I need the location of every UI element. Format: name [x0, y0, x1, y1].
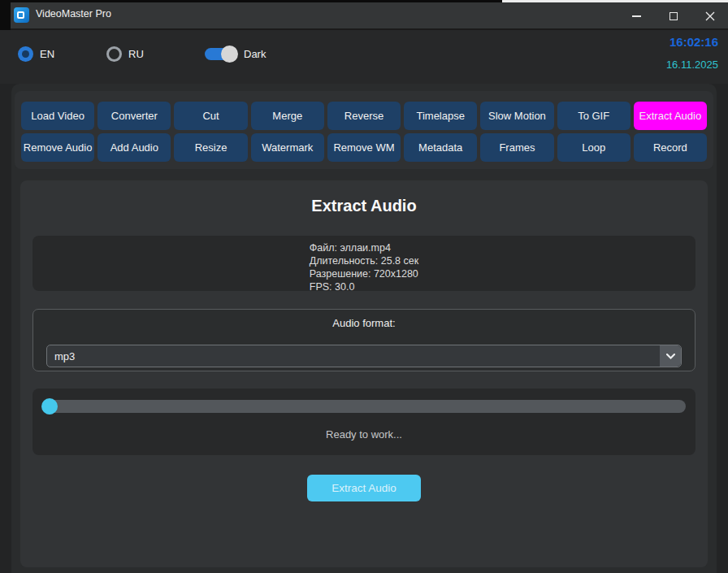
language-en-label: EN: [40, 48, 54, 60]
file-info-block: Файл: эллаи.mp4 Длительность: 25.8 сек Р…: [310, 241, 418, 291]
language-radio-en[interactable]: EN: [18, 46, 54, 62]
audio-format-value: mp3: [54, 350, 75, 362]
toolbar-button-remove-audio[interactable]: Remove Audio: [21, 133, 94, 162]
extract-audio-action-button[interactable]: Extract Audio: [307, 475, 421, 501]
file-info-box: Файл: эллаи.mp4 Длительность: 25.8 сек Р…: [32, 236, 696, 291]
file-info-duration: Длительность: 25.8 сек: [310, 254, 418, 267]
app-logo-glyph: [17, 11, 24, 19]
maximize-icon: [670, 12, 678, 20]
header-bar: EN RU Dark 16:02:16 16.11.2025: [0, 30, 728, 84]
toolbar-button-slow-motion[interactable]: Slow Motion: [480, 102, 553, 130]
toolbar-button-converter[interactable]: Converter: [98, 102, 171, 130]
page-title: Extract Audio: [20, 197, 708, 215]
dropdown-arrow-button[interactable]: [660, 345, 681, 367]
clock-time: 16:02:16: [670, 35, 718, 49]
status-text: Ready to work...: [32, 428, 696, 441]
theme-toggle[interactable]: Dark: [205, 44, 266, 60]
clock-date: 16.11.2025: [666, 59, 718, 71]
progress-slider-track[interactable]: [42, 400, 686, 413]
chevron-down-icon: [666, 354, 675, 359]
audio-format-box: Audio format: mp3: [32, 309, 696, 371]
toolbar-button-add-audio[interactable]: Add Audio: [98, 133, 171, 162]
file-info-filename: Файл: эллаи.mp4: [310, 241, 418, 254]
window-controls: [618, 2, 728, 30]
audio-format-select[interactable]: mp3: [46, 345, 682, 367]
toolbar-button-resize[interactable]: Resize: [174, 133, 247, 162]
extract-audio-panel: Extract Audio Файл: эллаи.mp4 Длительнос…: [20, 180, 708, 567]
progress-slider-knob[interactable]: [41, 398, 58, 415]
theme-toggle-label: Dark: [244, 48, 266, 60]
left-edge-dark: [0, 0, 11, 30]
close-icon: [705, 11, 715, 21]
minimize-button[interactable]: [618, 2, 655, 30]
window-title: VideoMaster Pro: [36, 8, 111, 20]
toggle-knob: [221, 46, 238, 63]
window-titlebar: VideoMaster Pro: [0, 0, 728, 30]
toggle-track: [205, 48, 237, 60]
toolbar-button-record[interactable]: Record: [634, 133, 707, 162]
minimize-icon: [632, 15, 641, 17]
close-button[interactable]: [691, 2, 728, 30]
toolbar-button-to-gif[interactable]: To GIF: [557, 102, 630, 130]
toolbar-button-frames[interactable]: Frames: [480, 133, 553, 162]
toolbar-button-extract-audio[interactable]: Extract Audio: [634, 102, 707, 130]
maximize-button[interactable]: [655, 2, 691, 30]
toolbar-button-loop[interactable]: Loop: [557, 133, 630, 162]
radio-dot: [22, 50, 29, 58]
toolbar-button-timelapse[interactable]: Timelapse: [404, 102, 477, 130]
radio-checked-icon: [18, 46, 33, 62]
app-logo-icon: [14, 7, 29, 23]
toolbar-button-watermark[interactable]: Watermark: [251, 133, 324, 162]
progress-box: Ready to work...: [32, 389, 696, 455]
toolbar: Load Video Converter Cut Merge Reverse T…: [15, 91, 713, 169]
language-radio-ru[interactable]: RU: [106, 46, 144, 62]
toolbar-button-load-video[interactable]: Load Video: [21, 102, 94, 130]
toolbar-button-reverse[interactable]: Reverse: [327, 102, 401, 130]
top-edge-dark: [0, 0, 502, 2]
toolbar-button-metadata[interactable]: Metadata: [404, 133, 477, 162]
radio-unchecked-icon: [106, 46, 122, 62]
file-info-resolution: Разрешение: 720x1280: [310, 267, 418, 280]
toolbar-button-cut[interactable]: Cut: [174, 102, 247, 130]
toolbar-button-remove-wm[interactable]: Remove WM: [327, 133, 401, 162]
toolbar-button-merge[interactable]: Merge: [251, 102, 324, 130]
audio-format-label: Audio format:: [33, 317, 695, 329]
language-ru-label: RU: [128, 48, 144, 60]
file-info-fps: FPS: 30.0: [310, 280, 418, 291]
content-container: Load Video Converter Cut Merge Reverse T…: [11, 84, 717, 573]
